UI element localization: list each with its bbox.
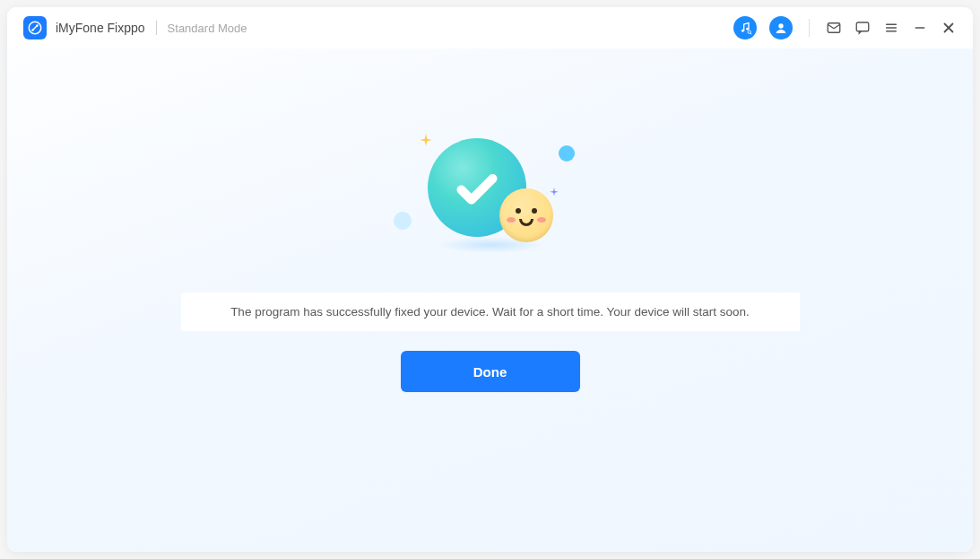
app-window: iMyFone Fixppo Standard Mode — [7, 7, 973, 552]
bubble-top — [559, 145, 575, 162]
smiley-face-icon — [499, 188, 553, 242]
toolbar-divider — [809, 19, 810, 37]
svg-point-5 — [748, 31, 750, 33]
done-button[interactable]: Done — [401, 351, 580, 392]
feedback-button[interactable] — [854, 20, 871, 36]
star-icon — [419, 133, 433, 147]
bubble-left — [394, 212, 412, 230]
app-logo — [23, 16, 47, 39]
success-illustration — [401, 138, 580, 273]
sparkle-icon — [548, 187, 560, 199]
svg-point-4 — [746, 28, 749, 31]
svg-point-1 — [32, 29, 34, 31]
svg-point-6 — [778, 23, 783, 28]
mode-label: Standard Mode — [168, 22, 247, 35]
menu-button[interactable] — [883, 20, 899, 36]
status-message: The program has successfully fixed your … — [181, 293, 800, 331]
titlebar-controls — [733, 16, 957, 39]
title-divider — [156, 21, 157, 35]
mail-button[interactable] — [826, 20, 842, 36]
svg-point-2 — [36, 25, 38, 27]
close-button[interactable] — [941, 20, 957, 36]
svg-point-3 — [742, 30, 744, 32]
profile-button[interactable] — [769, 16, 793, 39]
minimize-button[interactable] — [912, 20, 928, 36]
svg-rect-8 — [856, 22, 869, 31]
music-search-button[interactable] — [733, 16, 757, 39]
main-content: The program has successfully fixed your … — [7, 48, 973, 552]
titlebar: iMyFone Fixppo Standard Mode — [7, 7, 973, 48]
app-title: iMyFone Fixppo — [56, 21, 145, 35]
